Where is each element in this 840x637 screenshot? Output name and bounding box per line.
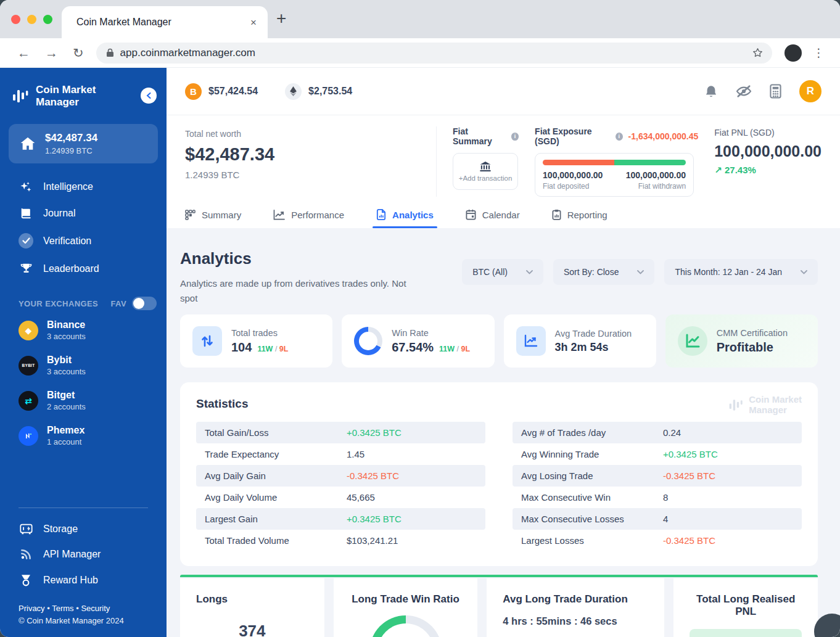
statistics-title: Statistics <box>196 397 802 411</box>
sidebar-item-reward-hub[interactable]: Reward Hub <box>0 567 167 594</box>
coin-filter-dropdown[interactable]: BTC (All) <box>462 259 543 285</box>
exchange-item-phemex[interactable]: Phemex 1 account <box>0 418 167 453</box>
longs-section: Longs 374 Long Trade Win Ratio 37.43% Av… <box>180 575 818 637</box>
card-value: 104 <box>231 340 252 355</box>
exchange-item-bitget[interactable]: ⇄ Bitget 2 accounts <box>0 383 167 418</box>
browser-profile-avatar[interactable] <box>784 44 802 62</box>
row-value: +0.3425 BTC <box>663 449 718 459</box>
longs-count-card: Longs 374 <box>180 578 324 637</box>
lock-icon <box>106 48 114 57</box>
losses-badge: 9L <box>279 345 289 353</box>
sidebar-item-intelligence[interactable]: Intelligence <box>0 173 167 200</box>
exchange-accounts: 3 accounts <box>47 332 86 341</box>
trophy-icon <box>19 262 33 275</box>
table-row: Avg Winning Trade+0.3425 BTC <box>513 443 802 465</box>
total-trades-card: Total trades 104 11W / 9L <box>180 314 332 368</box>
sidebar-item-storage[interactable]: Storage <box>0 517 167 541</box>
exchange-item-bybit[interactable]: BYBIT Bybit 3 accounts <box>0 348 167 383</box>
toggle-knob <box>133 298 144 309</box>
sidebar-item-label: Journal <box>43 208 75 219</box>
row-label: Largest Gain <box>205 514 347 524</box>
row-value: -0.3425 BTC <box>663 535 715 546</box>
longs-section-accent <box>180 575 818 577</box>
reload-button[interactable]: ↻ <box>73 46 84 59</box>
fav-toggle[interactable] <box>132 297 157 310</box>
long-pnl-card: Total Long Realised PNL +0.3425 BTC Avg … <box>673 578 818 637</box>
forward-button[interactable]: → <box>45 46 58 59</box>
sidebar-item-verification[interactable]: Verification <box>0 226 167 255</box>
window-close-button[interactable] <box>11 15 20 24</box>
btc-icon: B <box>185 83 202 100</box>
sidebar-footer: Privacy • Terms • Security © Coin Market… <box>0 594 167 637</box>
eth-price: $2,753.54 <box>308 86 352 97</box>
new-tab-button[interactable]: + <box>276 10 286 27</box>
pnl-title: Total Long Realised PNL <box>690 593 802 618</box>
card-label: Win Rate <box>392 328 470 338</box>
tab-reporting[interactable]: Reporting <box>552 209 607 228</box>
url-bar[interactable]: app.coinmarketmanager.com <box>96 43 772 64</box>
fiat-exposure-card: 100,000,000.00 Fiat deposited 100,000,00… <box>535 153 694 197</box>
sidebar-item-api-manager[interactable]: API Manager <box>0 541 167 567</box>
footer-separator: • <box>47 604 50 613</box>
tab-label: Summary <box>202 210 241 220</box>
browser-menu-icon[interactable]: ⋮ <box>813 46 825 60</box>
card-label: CMM Certification <box>717 328 788 338</box>
tab-label: Calendar <box>482 210 520 220</box>
reporting-clipboard-icon <box>552 209 561 220</box>
row-label: Avg Losing Trade <box>521 471 663 481</box>
notifications-bell-icon[interactable] <box>704 84 718 99</box>
exchange-name: Binance <box>47 319 86 331</box>
long-win-ratio-card: Long Trade Win Ratio 37.43% <box>334 578 478 637</box>
exchange-name: Bitget <box>47 390 86 401</box>
window-minimize-button[interactable] <box>27 15 36 24</box>
date-range-dropdown[interactable]: This Month: 12 Jan - 24 Jan <box>664 259 818 285</box>
row-label: Avg Daily Volume <box>205 492 347 503</box>
exchange-item-binance[interactable]: ◆ Binance 3 accounts <box>0 313 167 348</box>
privacy-link[interactable]: Privacy <box>19 604 45 613</box>
info-icon[interactable]: i <box>511 133 519 141</box>
hide-balances-eye-off-icon[interactable] <box>736 84 752 98</box>
window-zoom-button[interactable] <box>43 15 52 24</box>
sidebar-item-journal[interactable]: Journal <box>0 200 167 226</box>
sidebar-networth-card[interactable]: $42,487.34 1.24939 BTC <box>9 124 158 163</box>
sidebar-item-leaderboard[interactable]: Leaderboard <box>0 255 167 282</box>
tab-close-icon[interactable]: × <box>250 17 257 28</box>
info-icon[interactable]: i <box>616 133 623 141</box>
tab-summary[interactable]: Summary <box>185 209 241 228</box>
user-avatar[interactable]: R <box>799 80 821 102</box>
copyright: © Coin Market Manager 2024 <box>19 615 148 627</box>
row-label: Trade Expectancy <box>205 449 347 459</box>
security-link[interactable]: Security <box>81 604 110 613</box>
sidebar-networth-btc: 1.24939 BTC <box>45 146 97 155</box>
page-subtitle: Analytics are made up from derivatives t… <box>180 276 422 306</box>
tab-calendar[interactable]: Calendar <box>466 209 520 228</box>
tab-analytics[interactable]: Analytics <box>376 209 434 228</box>
btc-price-chip: B $57,424.54 <box>185 83 258 100</box>
sidebar-item-label: Storage <box>43 524 78 535</box>
add-transaction-button[interactable]: +Add transaction <box>453 153 518 190</box>
back-button[interactable]: ← <box>17 46 30 59</box>
row-label: Max Consecutive Win <box>521 492 663 503</box>
url-text: app.coinmarketmanager.com <box>120 47 752 59</box>
terms-link[interactable]: Terms <box>52 604 73 613</box>
card-label: Total trades <box>231 328 288 338</box>
exchange-name: Phemex <box>47 425 84 436</box>
row-value: +0.3425 BTC <box>347 427 401 438</box>
sidebar-collapse-button[interactable] <box>141 88 157 104</box>
row-value: +0.3425 BTC <box>347 514 401 524</box>
certification-chart-icon <box>678 326 707 356</box>
slash-separator: / <box>275 345 277 353</box>
duration-value: 4 hrs : 55mins : 46 secs <box>503 615 648 627</box>
browser-navbar: ← → ↻ app.coinmarketmanager.com ⋮ <box>0 38 840 68</box>
bookmark-star-icon[interactable] <box>752 47 764 59</box>
journal-icon <box>19 207 33 220</box>
table-row: Max Consecutive Win8 <box>513 487 802 508</box>
sidebar-item-label: Leaderboard <box>43 263 99 274</box>
exchanges-header: YOUR EXCHANGES FAV <box>0 297 167 313</box>
calculator-icon[interactable] <box>770 84 781 99</box>
tab-performance[interactable]: Performance <box>273 209 344 228</box>
header-panel: Total net worth $42,487.34 1.24939 BTC F… <box>167 115 840 228</box>
sort-by-dropdown[interactable]: Sort By: Close <box>553 259 654 285</box>
browser-tab[interactable]: Coin Market Manager × <box>62 6 268 38</box>
sidebar-item-label: Verification <box>43 236 91 247</box>
